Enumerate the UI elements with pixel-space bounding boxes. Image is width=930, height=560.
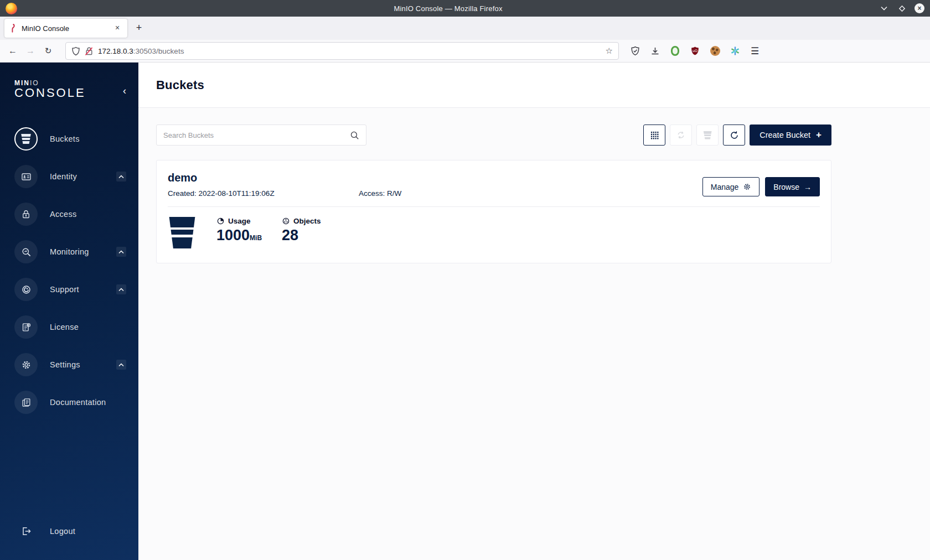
bookmark-star-icon[interactable]: ☆ — [606, 46, 613, 56]
page-title: Buckets — [156, 78, 204, 92]
bucket-name[interactable]: demo — [168, 172, 702, 184]
window-title: MinIO Console — Mozilla Firefox — [17, 4, 879, 13]
main-panel: Buckets — [138, 63, 930, 560]
documentation-pages-icon — [14, 391, 38, 414]
tracking-shield-icon[interactable] — [71, 46, 80, 56]
actions-row: Create Bucket + — [156, 125, 831, 146]
tab-close-icon[interactable]: × — [112, 23, 123, 34]
arrow-right-icon: → — [804, 183, 812, 191]
refresh-icon — [730, 131, 739, 140]
chevron-up-icon[interactable] — [116, 247, 126, 257]
sidebar-collapse-icon[interactable]: ‹ — [123, 86, 126, 96]
url-text[interactable]: 172.18.0.3:30503/buckets — [98, 47, 601, 55]
logout-icon — [14, 520, 38, 543]
chevron-up-icon[interactable] — [116, 360, 126, 370]
url-bar[interactable]: 172.18.0.3:30503/buckets ☆ — [65, 42, 619, 60]
delete-bucket-button-disabled — [696, 125, 719, 146]
sidebar-item-access[interactable]: Access — [0, 195, 138, 233]
bucket-large-icon — [168, 217, 197, 248]
chevron-up-icon[interactable] — [116, 172, 126, 182]
objects-label: Objects — [293, 217, 321, 225]
usage-unit: MiB — [250, 234, 262, 242]
buckets-icon — [14, 127, 38, 151]
forward-button[interactable]: → — [22, 43, 39, 59]
downloads-icon[interactable] — [648, 44, 663, 59]
card-divider — [168, 206, 820, 207]
extension-green-icon[interactable] — [668, 44, 683, 59]
grid-dots-icon — [650, 131, 659, 139]
grid-view-button[interactable] — [643, 125, 665, 146]
sidebar-logo: MINIO CONSOLE ‹ — [0, 63, 138, 105]
sidebar-item-license[interactable]: License — [0, 308, 138, 346]
sidebar-footer: Logout — [0, 512, 138, 550]
window-controls: × — [879, 3, 924, 13]
search-icon — [350, 131, 359, 140]
buckets-content: Create Bucket + demo Created: 2022-08-10… — [138, 108, 831, 263]
bucket-card-top: demo Created: 2022-08-10T11:19:06Z Acces… — [168, 172, 820, 198]
sidebar: MINIO CONSOLE ‹ Buckets Identity — [0, 63, 138, 560]
usage-pie-icon — [216, 217, 225, 225]
url-host: 172.18.0.3 — [98, 47, 133, 55]
bucket-access: Access: R/W — [359, 189, 401, 198]
access-lock-icon — [14, 203, 38, 226]
sidebar-item-settings[interactable]: Settings — [0, 346, 138, 383]
reload-button[interactable]: ↻ — [40, 43, 56, 59]
browse-button[interactable]: Browse → — [765, 177, 820, 196]
manage-button[interactable]: Manage — [702, 177, 760, 196]
bucket-toolbar: Create Bucket + — [643, 125, 831, 146]
cookie-extension-icon[interactable] — [707, 44, 722, 59]
usage-metric: Usage 1000MiB — [216, 217, 262, 244]
sidebar-item-support[interactable]: Support — [0, 271, 138, 308]
sidebar-nav: Buckets Identity Access — [0, 120, 138, 421]
new-tab-button[interactable]: + — [131, 20, 147, 37]
objects-icon — [282, 217, 290, 225]
usage-label: Usage — [228, 217, 251, 225]
bucket-created: Created: 2022-08-10T11:19:06Z — [168, 189, 359, 198]
sidebar-item-buckets[interactable]: Buckets — [0, 120, 138, 158]
firefox-window: MinIO Console — Mozilla Firefox × MinIO … — [0, 0, 930, 560]
close-button[interactable]: × — [914, 3, 924, 13]
tab-bar: MinIO Console × + — [0, 17, 930, 40]
sidebar-item-monitoring[interactable]: Monitoring — [0, 233, 138, 271]
protections-shield-icon[interactable] — [628, 44, 643, 59]
usage-value: 1000MiB — [216, 227, 262, 244]
app-body: MINIO CONSOLE ‹ Buckets Identity — [0, 63, 930, 560]
console-wordmark: CONSOLE — [14, 86, 86, 100]
search-box[interactable] — [156, 125, 366, 146]
license-document-icon — [14, 315, 38, 339]
maximize-button[interactable] — [897, 3, 907, 13]
sidebar-item-logout[interactable]: Logout — [0, 512, 138, 550]
monitoring-magnifier-icon — [14, 240, 38, 263]
hamburger-menu-icon[interactable]: ☰ — [747, 44, 762, 59]
search-buckets-input[interactable] — [163, 131, 350, 139]
create-bucket-button[interactable]: Create Bucket + — [750, 125, 831, 146]
navigation-toolbar: ← → ↻ 172.18.0.3:30503/buckets ☆ uO ☰ — [0, 40, 930, 63]
page-header: Buckets — [138, 63, 930, 108]
back-button[interactable]: ← — [4, 43, 21, 59]
bucket-meta: Created: 2022-08-10T11:19:06Z Access: R/… — [168, 189, 702, 198]
svg-text:uO: uO — [693, 49, 698, 53]
window-titlebar: MinIO Console — Mozilla Firefox × — [0, 0, 930, 17]
objects-metric: Objects 28 — [282, 217, 321, 244]
sidebar-item-documentation[interactable]: Documentation — [0, 383, 138, 421]
firefox-logo-icon — [6, 3, 17, 14]
bucket-card[interactable]: demo Created: 2022-08-10T11:19:06Z Acces… — [156, 160, 831, 263]
url-path: :30503/buckets — [133, 47, 184, 55]
sidebar-item-identity[interactable]: Identity — [0, 158, 138, 195]
refresh-button[interactable] — [723, 125, 745, 146]
ublock-origin-icon[interactable]: uO — [688, 44, 702, 59]
chevron-up-icon[interactable] — [116, 284, 126, 294]
browser-tab[interactable]: MinIO Console × — [4, 19, 127, 38]
settings-gear-icon — [14, 353, 38, 376]
colorful-asterisk-extension-icon[interactable] — [727, 44, 742, 59]
minio-favicon-icon — [9, 24, 17, 33]
plus-icon: + — [816, 129, 822, 141]
bucket-icon — [703, 131, 712, 139]
replication-button-disabled — [670, 125, 692, 146]
bucket-info: demo Created: 2022-08-10T11:19:06Z Acces… — [168, 172, 702, 198]
bucket-actions: Manage Browse → — [702, 177, 820, 198]
minimize-button[interactable] — [879, 3, 889, 13]
insecure-lock-icon[interactable] — [85, 46, 94, 56]
bucket-metrics: Usage 1000MiB Objects 28 — [168, 217, 820, 248]
tab-title: MinIO Console — [22, 24, 107, 33]
